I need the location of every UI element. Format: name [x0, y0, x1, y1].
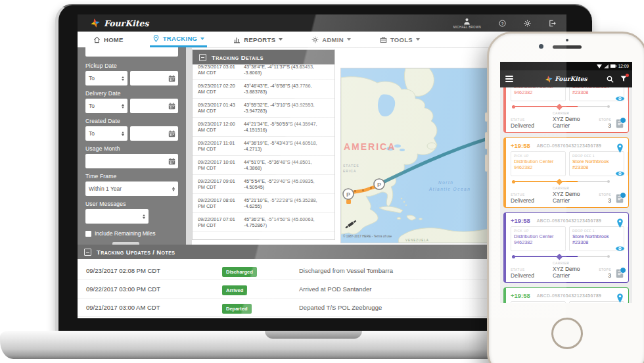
- user-messages-select[interactable]: [85, 209, 149, 224]
- fourkites-logo-icon: [545, 76, 552, 83]
- date-input[interactable]: [130, 71, 178, 85]
- update-timestamp: 09/22/2017 03:00 PM CDT: [86, 285, 222, 293]
- load-card[interactable]: +19:58 ABCD-098765432123456789 PICK UP D…: [503, 137, 629, 208]
- stops-value: 3: [593, 197, 611, 204]
- date-filter-group: Created Date To: [85, 118, 178, 141]
- nav-item-tracking[interactable]: TRACKING: [150, 32, 208, 47]
- logout-icon[interactable]: [549, 20, 556, 27]
- status-badge: Discharged: [222, 267, 257, 277]
- home-icon: [93, 36, 101, 43]
- filter-label: Usage Month: [85, 145, 178, 152]
- puerto-rico: [419, 218, 423, 220]
- home-button[interactable]: [551, 318, 583, 349]
- select-arrows-icon: [122, 132, 124, 136]
- map-copyright: © 1987-2017 HERE - Terms of use: [343, 234, 392, 238]
- tracking-detail-row[interactable]: 09/23/2017 12:00 AM CDT 44°21'34"E, -5°5…: [193, 118, 334, 137]
- select-arrows-icon: [143, 214, 145, 219]
- port-marker[interactable]: P: [374, 179, 384, 189]
- filter-funnel-icon[interactable]: [620, 76, 627, 82]
- collapse-icon[interactable]: [199, 54, 206, 61]
- front-camera-icon: [539, 44, 543, 49]
- documents-icon[interactable]: [616, 119, 624, 128]
- tracking-details-panel: Tracking Details 09/23/2017 03:01 AM CDT…: [192, 49, 335, 240]
- location-pin-icon[interactable]: [616, 293, 624, 303]
- svg-text:P: P: [377, 182, 381, 188]
- nav-item-tools[interactable]: TOOLS: [377, 32, 423, 47]
- map-label-erica: ERICA: [343, 169, 356, 173]
- location-pin-icon[interactable]: [616, 143, 624, 153]
- map-label-ocean: Atlantic Ocean: [428, 187, 471, 191]
- load-card[interactable]: +19:58 ABCD-098765432123456789 PICK UP D…: [503, 212, 629, 283]
- usage-month-input[interactable]: [85, 154, 178, 168]
- stop-marker: [346, 199, 351, 204]
- filter-label: Pickup Date: [85, 62, 178, 69]
- vehicle-marker-icon: [556, 103, 562, 109]
- update-timestamp: 09/23/2017 02:08 PM CDT: [86, 267, 222, 274]
- documents-icon[interactable]: [616, 194, 624, 203]
- eta-timer: +19:58: [511, 142, 530, 149]
- chevron-down-icon: [347, 38, 351, 41]
- scrollbar-gutter[interactable]: [186, 47, 192, 245]
- include-miles-label: Include Remaining Miles: [95, 230, 156, 237]
- detail-coordinates: 43°55'32"E, -4°3'10"S (43.92553, -3.9472…: [244, 102, 329, 114]
- collapse-icon[interactable]: [84, 249, 91, 256]
- status-badge: Arrived: [222, 285, 247, 295]
- eye-icon[interactable]: [615, 170, 625, 177]
- eta-timer: +19:58: [511, 217, 530, 224]
- date-operator-select[interactable]: To: [85, 71, 127, 85]
- fourkites-brand: FourKites: [91, 14, 149, 32]
- tracking-detail-row[interactable]: 09/22/2017 09:01 PM CDT 45°5'54"E, -5°29…: [193, 175, 334, 194]
- load-card[interactable]: +19:58 ABCD-098765432123456789 PICK UP D…: [503, 287, 629, 303]
- chevron-down-icon: [200, 37, 204, 40]
- date-filter-group: Pickup Date To: [85, 62, 178, 85]
- update-timestamp: 09/21/2017 03:00 AM CDT: [86, 304, 222, 311]
- camera-dot-icon: [566, 39, 568, 41]
- tracking-details-header[interactable]: Tracking Details: [193, 50, 334, 64]
- map-label-states: STATES: [343, 164, 359, 168]
- nav-item-admin[interactable]: ADMIN: [309, 32, 354, 47]
- calendar-icon: [168, 158, 175, 165]
- map-pin-icon: [152, 35, 160, 42]
- time-frame-select[interactable]: Within 1 Year: [85, 182, 178, 196]
- eye-icon[interactable]: [615, 95, 625, 102]
- tracking-detail-row[interactable]: 09/22/2017 07:01 PM CDT 45°36'2"E, -5°14…: [193, 213, 334, 232]
- user-menu[interactable]: MICHAEL BROWN: [453, 18, 481, 29]
- detail-coordinates: 45°36'2"E, -5°14'50"S (45.60063, -4.7528…: [244, 216, 329, 228]
- nav-item-home[interactable]: HOME: [91, 32, 126, 47]
- fourkites-logo-icon: [91, 18, 100, 28]
- tracking-detail-row[interactable]: 09/22/2017 08:01 PM CDT 45°21'10"E, -5°2…: [193, 194, 334, 213]
- time-frame-group: Time Frame Within 1 Year: [85, 173, 178, 196]
- hamburger-menu-icon[interactable]: [505, 76, 513, 82]
- date-operator-select[interactable]: To: [85, 99, 127, 113]
- phone: 12:09 FourKites: [487, 32, 644, 363]
- calendar-icon: [168, 130, 175, 137]
- date-input[interactable]: [130, 99, 178, 113]
- detail-coordinates: 43°38'4"E, -4°11'37"S (43.63453, -3.8063…: [244, 64, 329, 76]
- clipped-filter-select[interactable]: [85, 47, 178, 57]
- date-operator-select[interactable]: To: [85, 126, 127, 141]
- help-icon[interactable]: ?: [499, 20, 506, 27]
- gear-icon[interactable]: [524, 20, 531, 27]
- tracking-detail-row[interactable]: 09/23/2017 02:20 AM CDT 43°46'43"E, -4°6…: [193, 80, 334, 99]
- svg-text:?: ?: [501, 21, 504, 25]
- date-input[interactable]: [130, 126, 178, 141]
- route-map[interactable]: P P AMERICA STATES ERICA North Atlantic …: [340, 68, 489, 243]
- filter-label: Created Date: [85, 118, 178, 124]
- phone-status-bar: 12:09: [500, 62, 632, 70]
- documents-icon[interactable]: [616, 269, 624, 278]
- detail-coordinates: 43°46'43"E, -4°6'58"S (43.7786, -3.88378…: [244, 83, 329, 95]
- port-marker[interactable]: P: [343, 189, 354, 199]
- nav-item-reports[interactable]: REPORTS: [231, 32, 285, 47]
- filters-sidebar: Pickup Date To Delivery Date: [78, 47, 186, 245]
- search-icon[interactable]: [607, 76, 614, 83]
- filter-label: User Messages: [85, 201, 178, 207]
- tracking-detail-row[interactable]: 09/22/2017 10:01 PM CDT 44°51'0"E, -5°36…: [193, 156, 334, 175]
- load-card[interactable]: +19:58 ABCD-098765432123456789 PICK UP D…: [503, 87, 629, 133]
- include-miles-checkbox[interactable]: [85, 231, 91, 237]
- location-pin-icon[interactable]: [616, 218, 624, 228]
- status-value: Delivered: [511, 272, 553, 279]
- eye-icon[interactable]: [615, 245, 625, 252]
- tracking-detail-row[interactable]: 09/22/2017 11:01 PM CDT 44°36'19"E, -5°4…: [193, 137, 334, 156]
- tracking-detail-row[interactable]: 09/23/2017 01:43 AM CDT 43°55'32"E, -4°3…: [193, 99, 334, 118]
- svg-text:P: P: [346, 191, 350, 198]
